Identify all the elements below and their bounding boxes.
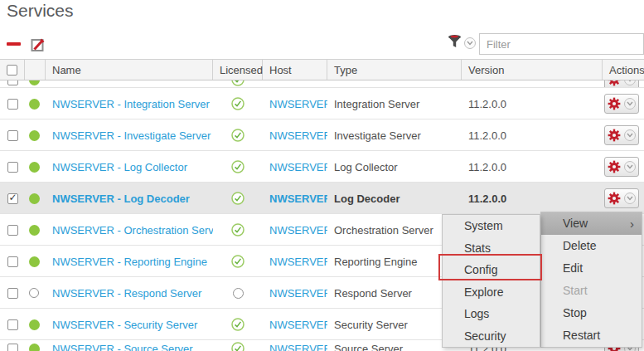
row-checkbox-cell (0, 309, 25, 340)
table-row[interactable] (0, 80, 644, 88)
status-dot-icon (29, 256, 40, 267)
host-link[interactable]: NWSERVER (269, 129, 327, 142)
status-dot-icon (29, 99, 40, 110)
service-name-link[interactable]: NWSERVER - Respond Server (52, 287, 201, 300)
row-checkbox[interactable] (7, 256, 18, 267)
service-name-link[interactable]: NWSERVER - Source Server (52, 343, 193, 351)
menu-item-restart[interactable]: Restart› (541, 324, 642, 347)
menu-item-stop[interactable]: Stop› (541, 302, 642, 324)
menu-item-label: Config (464, 263, 497, 276)
row-checkbox[interactable] (7, 225, 18, 236)
service-version-text: 11.2.0.0 (468, 161, 506, 173)
column-header-licensed[interactable]: Licensed (213, 60, 263, 80)
service-type-text: Integration Server (334, 98, 419, 110)
row-status-cell (25, 88, 46, 119)
row-actions-cell (603, 88, 644, 119)
service-name-link[interactable]: NWSERVER - Security Server (52, 319, 197, 331)
row-checkbox[interactable] (7, 99, 18, 110)
select-all-checkbox[interactable] (7, 65, 17, 76)
filter-input[interactable] (479, 33, 644, 55)
table-row[interactable]: NWSERVER - Log Decoder NWSERVER Log Deco… (0, 183, 644, 214)
menu-item-logs[interactable]: Logs› (443, 303, 540, 325)
actions-chevron-icon[interactable] (624, 80, 636, 85)
menu-item-explore[interactable]: Explore› (443, 281, 540, 304)
host-link[interactable]: NWSERVER (269, 319, 327, 331)
row-checkbox[interactable] (7, 130, 18, 141)
menu-item-security[interactable]: Security› (443, 325, 540, 348)
actions-chevron-icon[interactable] (624, 129, 636, 141)
actions-gear-button[interactable] (604, 125, 639, 145)
actions-gear-button[interactable] (604, 94, 639, 114)
actions-gear-button[interactable] (604, 188, 639, 208)
row-checkbox-cell (0, 80, 25, 88)
service-name-link[interactable]: NWSERVER - Integration Server (52, 98, 210, 110)
filter-funnel-icon[interactable] (448, 34, 462, 50)
licensed-icon (231, 97, 245, 110)
row-checkbox[interactable] (7, 344, 18, 351)
menu-item-stats[interactable]: Stats› (443, 237, 540, 260)
service-name-link[interactable]: NWSERVER - Investigate Server (52, 129, 211, 142)
row-checkbox[interactable] (7, 288, 18, 299)
row-host-cell (263, 80, 327, 88)
row-checkbox[interactable] (7, 162, 18, 173)
menu-item-system[interactable]: System› (443, 215, 540, 237)
status-dot-icon (29, 288, 39, 298)
row-status-cell (25, 119, 46, 151)
host-link[interactable]: NWSERVER (269, 287, 327, 300)
row-name-cell: NWSERVER - Source Server (46, 340, 213, 351)
row-licensed-cell (213, 277, 263, 309)
service-name-link[interactable]: NWSERVER - Log Collector (52, 161, 187, 173)
menu-item-config[interactable]: Config› (443, 259, 540, 281)
actions-gear-button[interactable] (604, 80, 639, 88)
service-type-text: Investigate Server (334, 129, 421, 142)
row-status-cell (25, 309, 46, 340)
host-link[interactable]: NWSERVER (269, 193, 327, 205)
host-link[interactable]: NWSERVER (269, 98, 327, 110)
service-name-link[interactable]: NWSERVER - Log Decoder (52, 193, 190, 205)
licensed-check-icon (231, 160, 245, 173)
submenu-arrow-icon: › (630, 212, 634, 235)
licensed-icon (231, 342, 245, 351)
row-checkbox[interactable] (7, 319, 18, 330)
service-name-link[interactable]: NWSERVER - Reporting Engine (52, 256, 207, 268)
service-type-text: Log Collector (334, 161, 398, 173)
service-type-text: Reporting Engine (334, 256, 417, 268)
row-checkbox[interactable] (7, 193, 18, 204)
menu-item-label: Explore (464, 285, 503, 299)
row-version-cell: 11.2.0.0 (462, 183, 603, 214)
menu-item-edit[interactable]: Edit› (541, 257, 642, 280)
licensed-icon (231, 80, 245, 86)
host-link[interactable]: NWSERVER (269, 343, 327, 351)
licensed-check-icon (231, 129, 245, 142)
row-licensed-cell (213, 88, 263, 119)
row-name-cell: NWSERVER - Security Server (46, 309, 213, 340)
host-link[interactable]: NWSERVER (269, 256, 327, 268)
table-row[interactable]: NWSERVER - Investigate Server NWSERVER I… (0, 119, 644, 151)
menu-item-start[interactable]: Start› (541, 280, 642, 302)
actions-chevron-icon[interactable] (624, 161, 636, 173)
host-link[interactable]: NWSERVER (269, 161, 327, 173)
table-row[interactable]: NWSERVER - Log Collector NWSERVER Log Co… (0, 151, 644, 183)
row-checkbox-cell (0, 246, 25, 277)
column-header-version[interactable]: Version (462, 60, 603, 80)
edit-service-button[interactable] (30, 37, 46, 53)
filter-options-chevron-icon[interactable] (464, 37, 476, 49)
actions-chevron-icon[interactable] (624, 193, 636, 204)
menu-item-label: Logs (464, 307, 489, 320)
menu-item-delete[interactable]: Delete› (541, 235, 642, 257)
remove-service-button[interactable] (7, 42, 21, 46)
row-version-cell: 11.2.0.0 (462, 151, 603, 183)
column-header-name[interactable]: Name (46, 60, 213, 80)
actions-gear-button[interactable] (604, 157, 639, 177)
table-row[interactable]: NWSERVER - Integration Server NWSERVER I… (0, 88, 644, 119)
row-checkbox[interactable] (7, 80, 18, 85)
row-name-cell: NWSERVER - Orchestration Server (46, 214, 213, 246)
actions-chevron-icon[interactable] (624, 98, 636, 110)
licensed-icon (231, 160, 245, 173)
column-header-host[interactable]: Host (263, 60, 327, 80)
menu-item-view[interactable]: View› (541, 212, 642, 235)
licensed-check-icon (231, 97, 245, 110)
column-header-type[interactable]: Type (327, 60, 462, 80)
service-name-link[interactable]: NWSERVER - Orchestration Server (52, 224, 213, 236)
host-link[interactable]: NWSERVER (269, 224, 327, 236)
